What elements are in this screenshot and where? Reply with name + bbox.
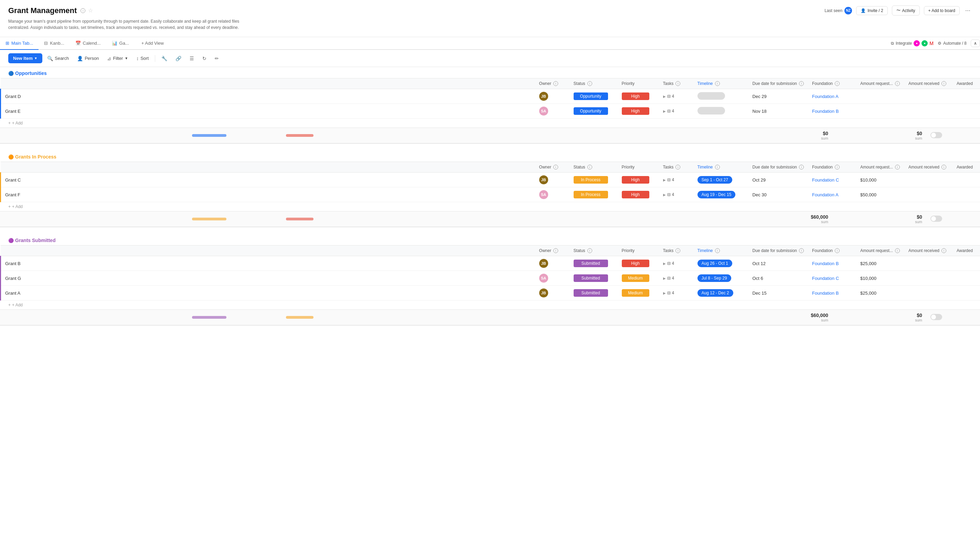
due-info-icon[interactable]: i	[799, 81, 804, 86]
collapse-opportunities-button[interactable]: 🔵	[8, 71, 14, 76]
filter-button[interactable]: ⊿ Filter ▼	[103, 54, 132, 63]
task-expand-icon[interactable]: ▶	[663, 291, 666, 295]
priority-cell-grant-f[interactable]: High	[618, 187, 659, 202]
foundation-link[interactable]: Foundation C	[812, 276, 839, 281]
task-expand-icon[interactable]: ▶	[663, 95, 666, 98]
priority-cell-grant-b[interactable]: High	[618, 256, 659, 271]
new-item-button[interactable]: New Item ▼	[8, 53, 42, 63]
info-icon[interactable]: i	[942, 248, 946, 253]
tab-add-view[interactable]: + Add View	[136, 37, 169, 50]
info-icon[interactable]: i	[799, 248, 804, 253]
status-cell-grant-g[interactable]: Submitted	[570, 271, 618, 286]
req-info-icon[interactable]: i	[895, 81, 900, 86]
owner-info-icon[interactable]: i	[553, 81, 558, 86]
tab-calendar[interactable]: 📅 Calend...	[70, 37, 106, 50]
add-row-submitted[interactable]: + + Add	[0, 300, 980, 310]
last-seen-group: Last seen NZ	[824, 7, 852, 14]
info-icon[interactable]: i	[895, 165, 900, 170]
search-button[interactable]: 🔍 Search	[44, 54, 72, 63]
wrench-button[interactable]: 🔧	[158, 54, 171, 63]
rows-button[interactable]: ☰	[186, 54, 197, 63]
tab-kanban[interactable]: ⊟ Kanb...	[38, 37, 70, 50]
priority-cell-grant-a[interactable]: Medium	[618, 286, 659, 300]
info-icon[interactable]: i	[676, 165, 680, 170]
priority-cell-grant-d[interactable]: High	[618, 89, 659, 104]
refresh-button[interactable]: ↻	[199, 54, 210, 63]
awarded-cell-grant-d	[953, 89, 980, 104]
info-icon[interactable]: i	[895, 248, 900, 253]
foundation-info-icon[interactable]: i	[835, 81, 840, 86]
task-expand-icon[interactable]: ▶	[663, 276, 666, 280]
collapse-inprocess-button[interactable]: 🟠	[8, 154, 14, 160]
foundation-link[interactable]: Foundation C	[812, 178, 839, 183]
person-filter-button[interactable]: 👤 Person	[74, 54, 102, 63]
dropdown-arrow-icon: ▼	[34, 56, 38, 60]
status-cell-grant-d[interactable]: Oppurtunity	[570, 89, 618, 104]
status-cell-grant-e[interactable]: Oppurtunity	[570, 104, 618, 119]
timeline-info-icon[interactable]: i	[715, 81, 720, 86]
info-icon[interactable]: i	[587, 165, 592, 170]
sort-button[interactable]: ↕ Sort	[133, 54, 152, 63]
info-icon[interactable]: i	[81, 8, 85, 13]
task-expand-icon[interactable]: ▶	[663, 110, 666, 113]
task-expand-icon[interactable]: ▶	[663, 178, 666, 182]
link-button[interactable]: 🔗	[172, 54, 185, 63]
toggle-awarded-button[interactable]	[931, 314, 942, 320]
status-cell-grant-b[interactable]: Submitted	[570, 256, 618, 271]
priority-cell-grant-g[interactable]: Medium	[618, 271, 659, 286]
more-options-button[interactable]: ···	[964, 5, 972, 16]
integrate-button[interactable]: ⧉ Integrate ● ● M	[891, 40, 934, 46]
col-header-due-date: Due date for submissioni	[748, 246, 808, 256]
toggle-awarded-button[interactable]	[931, 132, 942, 138]
add-row-inprocess[interactable]: + + Add	[0, 202, 980, 211]
foundation-cell-grant-f[interactable]: Foundation A	[808, 187, 856, 202]
foundation-cell-grant-b[interactable]: Foundation B	[808, 256, 856, 271]
info-icon[interactable]: i	[799, 165, 804, 170]
star-icon[interactable]: ☆	[88, 7, 93, 14]
invite-button[interactable]: 👤 Invite / 2	[856, 6, 888, 15]
tasks-info-icon[interactable]: i	[676, 81, 680, 86]
priority-cell-grant-c[interactable]: High	[618, 173, 659, 187]
collapse-submitted-button[interactable]: 🟣	[8, 238, 14, 243]
add-to-board-button[interactable]: + Add to board	[924, 6, 960, 15]
task-grid-icon: ⊟	[667, 109, 671, 113]
foundation-cell-grant-d[interactable]: Foundation A	[808, 89, 856, 104]
status-cell-grant-c[interactable]: In Process	[570, 173, 618, 187]
timeline-placeholder	[697, 107, 725, 114]
foundation-link[interactable]: Foundation B	[812, 261, 838, 266]
automate-button[interactable]: ⚙ Automate / 8	[938, 41, 967, 46]
priority-cell-grant-e[interactable]: High	[618, 104, 659, 119]
info-icon[interactable]: i	[835, 248, 840, 253]
add-row-opportunities[interactable]: + + Add	[0, 119, 980, 127]
status-cell-grant-a[interactable]: Submitted	[570, 286, 618, 300]
info-icon[interactable]: i	[835, 165, 840, 170]
edit-button[interactable]: ✏	[211, 54, 222, 63]
foundation-link[interactable]: Foundation B	[812, 290, 838, 296]
status-cell-grant-f[interactable]: In Process	[570, 187, 618, 202]
info-icon[interactable]: i	[942, 165, 946, 170]
foundation-cell-grant-a[interactable]: Foundation B	[808, 286, 856, 300]
info-icon[interactable]: i	[587, 248, 592, 253]
status-info-icon[interactable]: i	[587, 81, 592, 86]
rows-icon: ☰	[189, 56, 194, 61]
info-icon[interactable]: i	[715, 165, 720, 170]
info-icon[interactable]: i	[676, 248, 680, 253]
foundation-cell-grant-e[interactable]: Foundation B	[808, 104, 856, 119]
collapse-tabs-button[interactable]: ∧	[971, 40, 980, 47]
tab-main-table[interactable]: ⊞ Main Tab...	[0, 37, 38, 50]
activity-button[interactable]: 〜 Activity	[892, 5, 920, 16]
task-expand-icon[interactable]: ▶	[663, 193, 666, 197]
received-info-icon[interactable]: i	[942, 81, 946, 86]
foundation-link[interactable]: Foundation A	[812, 94, 838, 99]
foundation-link[interactable]: Foundation A	[812, 192, 838, 197]
info-icon[interactable]: i	[553, 248, 558, 253]
foundation-cell-grant-c[interactable]: Foundation C	[808, 173, 856, 187]
info-icon[interactable]: i	[553, 165, 558, 170]
toggle-awarded-button[interactable]	[931, 216, 942, 222]
info-icon[interactable]: i	[715, 248, 720, 253]
foundation-link[interactable]: Foundation B	[812, 109, 838, 114]
task-expand-icon[interactable]: ▶	[663, 262, 666, 265]
user-avatar: NZ	[845, 7, 852, 14]
tab-gantt[interactable]: 📊 Ga...	[106, 37, 135, 50]
foundation-cell-grant-g[interactable]: Foundation C	[808, 271, 856, 286]
